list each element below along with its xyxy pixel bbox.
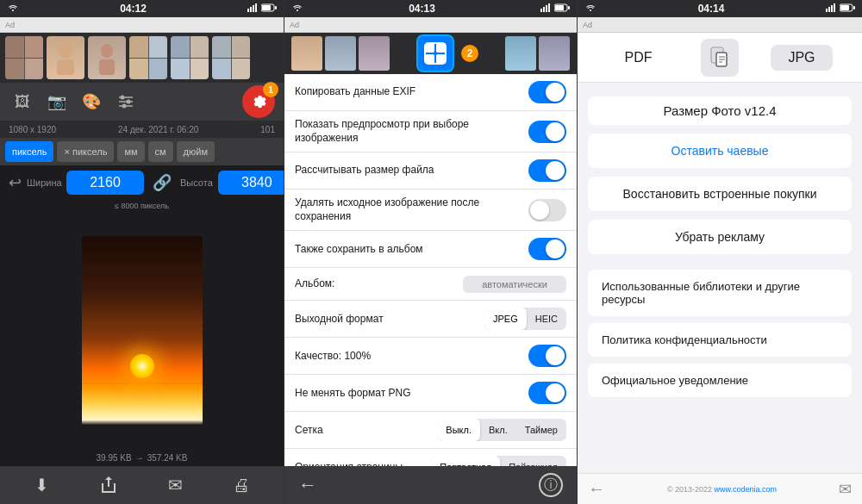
status-time-2: 04:13 [409, 3, 435, 15]
tab-mm[interactable]: мм [117, 141, 144, 162]
selected-tool-icon[interactable] [416, 34, 454, 72]
setting-save-album-label: Также сохранить в альбом [295, 243, 528, 257]
legal-link[interactable]: Официальное уведомление [588, 364, 852, 397]
toggle-calc-filesize[interactable] [528, 159, 566, 182]
filesize-from: 39.95 KB [97, 453, 132, 463]
toggle-quality[interactable] [528, 345, 566, 367]
settings-gear-btn[interactable]: 1 [242, 85, 275, 118]
resolution-text: 1080 x 1920 [9, 125, 56, 134]
svg-rect-3 [255, 3, 257, 12]
thumb-person-1[interactable] [47, 36, 84, 79]
svg-rect-35 [853, 6, 855, 9]
format-jpeg-btn[interactable]: JPEG [484, 308, 527, 330]
thumb-multi-2[interactable] [171, 36, 209, 79]
resolution-info: 1080 x 1920 24 дек. 2021 г. 06:20 101 [0, 121, 284, 138]
unit-tabs: пиксель × пиксель мм см дюйм [0, 138, 284, 165]
svg-rect-28 [436, 54, 446, 64]
svg-rect-23 [568, 6, 570, 9]
svg-rect-0 [247, 9, 249, 12]
height-input[interactable] [218, 171, 284, 195]
setting-delete-original-label: Удалять исходное изображение после сохра… [295, 196, 528, 223]
mail-btn[interactable]: ✉ [159, 470, 191, 501]
toggle-delete-original[interactable] [528, 199, 566, 221]
svg-point-14 [127, 100, 131, 104]
toggle-save-album[interactable] [528, 238, 566, 260]
thumb-person-2[interactable] [88, 36, 126, 79]
p2-thumb-4[interactable] [505, 36, 536, 71]
signal-icon [247, 3, 258, 14]
setting-delete-original: Удалять исходное изображение после сохра… [284, 190, 577, 231]
p2-back-btn[interactable]: ← [298, 474, 317, 496]
thumb-multi-1[interactable] [129, 36, 167, 79]
print-btn[interactable]: 🖨 [226, 470, 257, 501]
svg-rect-32 [834, 3, 835, 12]
p3-bottom-bar: ← © 2013-2022 www.codenia.com ✉ [578, 473, 862, 504]
svg-rect-18 [543, 7, 545, 12]
orientation-portrait-btn[interactable]: Портретная [431, 456, 500, 466]
p2-thumb-3[interactable] [359, 36, 390, 71]
p3-format-header: PDF JPG [578, 33, 862, 83]
info-extra: 101 [260, 125, 275, 134]
thumb-grid-item[interactable] [5, 36, 43, 79]
remove-ads-btn[interactable]: Убрать рекламу [588, 220, 852, 254]
download-btn[interactable]: ⬇ [27, 470, 58, 501]
palette-btn[interactable]: 🎨 [78, 88, 105, 115]
ad-bar-3: Ad [578, 17, 862, 33]
album-input[interactable] [463, 276, 566, 293]
status-time-1: 04:12 [120, 3, 147, 15]
svg-rect-8 [57, 59, 74, 75]
tab-inch[interactable]: дюйм [177, 141, 215, 162]
tab-xpixel[interactable]: × пиксель [57, 141, 114, 162]
status-bar-1: 04:12 [0, 0, 284, 17]
status-time-3: 04:14 [698, 3, 725, 15]
p2-info-btn[interactable]: ⓘ [539, 473, 563, 497]
setting-save-album: Также сохранить в альбом [284, 231, 577, 268]
grid-timer-btn[interactable]: Таймер [516, 419, 566, 441]
setting-copy-exif-label: Копировать данные EXIF [295, 85, 528, 99]
settings-list: Копировать данные EXIF Показать предпрос… [284, 74, 577, 466]
p2-header: 2 [284, 33, 577, 74]
privacy-link[interactable]: Политика конфиденциальности [588, 323, 852, 357]
grid-on-btn[interactable]: Вкл. [480, 419, 516, 441]
toggle-keep-png[interactable] [528, 382, 566, 404]
status-wifi-2 [291, 3, 303, 14]
format-heic-btn[interactable]: HEIC [527, 308, 566, 330]
share-btn[interactable] [93, 470, 124, 501]
grid-off-btn[interactable]: Выкл. [437, 419, 480, 441]
ad-label-2: Ad [290, 21, 299, 29]
toggle-copy-exif[interactable] [528, 81, 566, 103]
setting-show-preview-label: Показать предпросмотр при выборе изображ… [295, 118, 528, 145]
p2-thumb-1[interactable] [291, 36, 322, 71]
p3-tool-icon[interactable] [701, 39, 739, 77]
width-decrease-btn[interactable]: ↩ [9, 173, 22, 192]
image-btn[interactable]: 🖼 [9, 88, 36, 115]
camera-btn[interactable]: 📷 [43, 88, 71, 115]
width-input[interactable] [66, 171, 144, 195]
orientation-landscape-btn[interactable]: Пейзажная [500, 456, 566, 466]
header-badge-2: 2 [461, 45, 478, 62]
tab-cm[interactable]: см [148, 141, 173, 162]
libraries-link[interactable]: Использованные библиотеки и другие ресур… [588, 270, 852, 316]
copyright-text: © 2013-2022 www.codenia.com [667, 485, 777, 494]
p2-thumb-2[interactable] [325, 36, 356, 71]
grid-segment: Выкл. Вкл. Таймер [437, 419, 566, 441]
codenia-link[interactable]: www.codenia.com [715, 485, 778, 494]
thumb-multi-3[interactable] [212, 36, 250, 79]
sliders-btn[interactable] [112, 88, 140, 115]
format-pdf-btn[interactable]: PDF [607, 45, 669, 71]
svg-rect-6 [275, 6, 277, 9]
toggle-show-preview[interactable] [528, 121, 566, 143]
p2-thumb-5[interactable] [539, 36, 570, 71]
width-row: ↩ Ширина 🔗 Высота ↪ [0, 165, 284, 200]
tab-pixel[interactable]: пиксель [5, 141, 53, 162]
p3-content: Размер Фото v12.4 Оставить чаевые Восста… [578, 83, 862, 473]
tip-btn[interactable]: Оставить чаевые [588, 134, 852, 168]
p3-back-btn[interactable]: ← [588, 479, 605, 499]
link-icon[interactable]: 🔗 [149, 173, 175, 192]
p2-thumbnails-right [505, 36, 570, 71]
svg-rect-5 [262, 5, 271, 10]
format-jpg-btn[interactable]: JPG [771, 45, 832, 71]
p2-bottom-bar: ← ⓘ [284, 466, 577, 504]
restore-purchases-btn[interactable]: Восстановить встроенные покупки [588, 177, 852, 211]
p3-mail-btn[interactable]: ✉ [839, 480, 852, 499]
